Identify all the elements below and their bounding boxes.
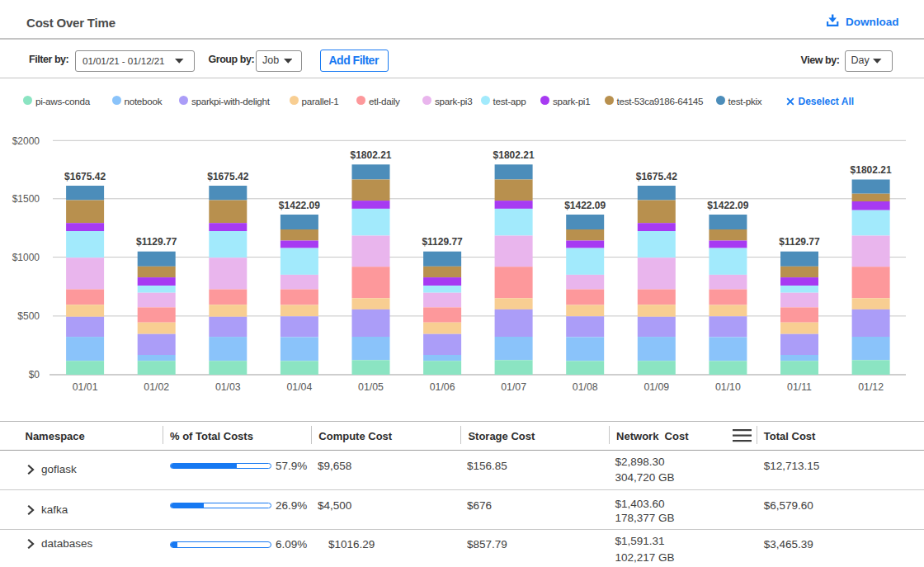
svg-text:01/11: 01/11	[787, 381, 812, 393]
svg-text:$2000: $2000	[12, 135, 40, 147]
svg-text:01/10: 01/10	[715, 381, 741, 393]
svg-text:$1802.21: $1802.21	[851, 164, 892, 176]
svg-text:$1675.42: $1675.42	[207, 171, 248, 182]
svg-text:$1675.42: $1675.42	[64, 171, 106, 182]
svg-text:01/12: 01/12	[858, 381, 884, 393]
svg-text:$1675.42: $1675.42	[636, 171, 677, 182]
svg-text:01/05: 01/05	[358, 381, 384, 393]
svg-text:01/01: 01/01	[73, 381, 98, 393]
svg-text:$1500: $1500	[12, 193, 40, 205]
svg-text:01/08: 01/08	[573, 381, 598, 393]
svg-text:$1802.21: $1802.21	[350, 149, 391, 161]
svg-text:01/04: 01/04	[287, 381, 313, 393]
svg-text:$1129.77: $1129.77	[136, 236, 177, 248]
svg-text:$1000: $1000	[12, 252, 40, 263]
svg-text:$0: $0	[29, 369, 40, 380]
svg-text:$1802.21: $1802.21	[493, 149, 535, 161]
svg-text:$1422.09: $1422.09	[707, 200, 748, 211]
svg-text:01/07: 01/07	[501, 381, 526, 393]
svg-text:01/06: 01/06	[430, 381, 455, 393]
svg-text:$1422.09: $1422.09	[564, 200, 606, 211]
svg-text:$1129.77: $1129.77	[779, 236, 820, 248]
svg-text:01/02: 01/02	[144, 381, 169, 393]
svg-text:01/03: 01/03	[215, 381, 241, 393]
svg-text:$1129.77: $1129.77	[422, 236, 463, 248]
svg-text:$1422.09: $1422.09	[279, 200, 320, 211]
svg-text:01/09: 01/09	[644, 381, 669, 393]
svg-text:$500: $500	[17, 310, 40, 322]
